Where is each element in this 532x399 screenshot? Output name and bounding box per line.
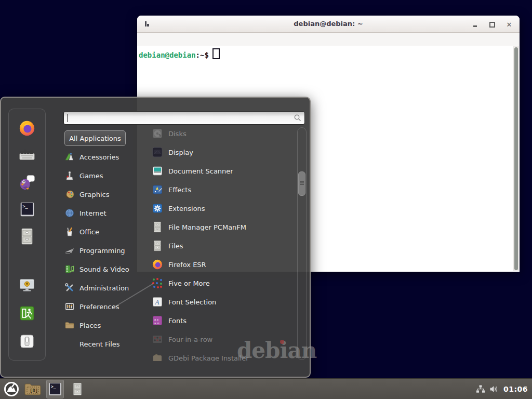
disks-icon: [152, 128, 163, 139]
svg-text:>_: >_: [23, 204, 29, 209]
pidgin-icon: [18, 174, 36, 191]
app-files[interactable]: Files: [139, 236, 295, 255]
category-internet[interactable]: Internet: [64, 204, 138, 222]
category-office[interactable]: Office: [64, 222, 138, 241]
text-caret: [67, 114, 68, 122]
svg-text:A: A: [155, 298, 159, 306]
taskbar: [D] >_ 01:06: [0, 378, 532, 399]
session-lock-screen[interactable]: [18, 276, 36, 295]
firefox-icon: [18, 119, 36, 137]
application-menu: >_ All Applications Accessories Games Gr…: [0, 97, 311, 378]
volume-icon[interactable]: [489, 384, 499, 394]
category-sound-video[interactable]: Sound & Video: [64, 260, 138, 278]
apps-scrollbar-thumb[interactable]: [298, 171, 305, 196]
minimize-button[interactable]: [471, 20, 479, 29]
file-manager-desktop-launcher[interactable]: [D]: [24, 380, 42, 398]
app-extensions[interactable]: Extensions: [139, 199, 295, 218]
watermark-red-dot: [280, 340, 284, 344]
session-log-out[interactable]: [18, 304, 36, 323]
app-effects[interactable]: Effects: [139, 180, 295, 199]
svg-text:>_: >_: [51, 384, 56, 389]
app-display[interactable]: Display: [139, 143, 295, 162]
app-font-selection[interactable]: A Font Selection: [139, 292, 295, 311]
logout-icon: [19, 305, 35, 322]
terminal-scrollbar-thumb[interactable]: [514, 47, 518, 270]
favorites-panel: >_: [8, 109, 46, 361]
clock[interactable]: 01:06: [503, 385, 528, 393]
gdebi-icon: [152, 352, 163, 361]
category-programming[interactable]: Programming: [64, 241, 138, 260]
category-preferences[interactable]: Preferences: [64, 297, 138, 316]
lock-icon: [19, 277, 35, 294]
category-places[interactable]: Places: [64, 316, 138, 335]
svg-text:[D]: [D]: [30, 388, 38, 393]
application-list: Disks Display Document Scanner Effects E…: [139, 127, 295, 361]
category-accessories[interactable]: Accessories: [64, 148, 138, 166]
favorite-pidgin[interactable]: [18, 173, 36, 192]
terminal-prompt: debian@debian:~$: [137, 46, 520, 59]
terminal-cursor: [212, 48, 220, 59]
graphics-icon: [64, 189, 75, 200]
terminal-title: debian@debian: ~: [137, 16, 520, 32]
programming-icon: [64, 245, 75, 256]
system-tray: 01:06: [476, 384, 528, 394]
cabinet-icon: [152, 240, 163, 251]
fonts-icon: a aa æ: [152, 315, 163, 326]
favorite-file-cabinet[interactable]: [18, 227, 36, 246]
app-file-manager-pcmanfm[interactable]: File Manager PCManFM: [139, 218, 295, 236]
terminal-icon: >_: [18, 201, 36, 218]
fourrow-icon: [152, 334, 163, 345]
menu-button[interactable]: [4, 381, 19, 397]
office-icon: [64, 227, 75, 237]
apps-scrollbar[interactable]: [297, 127, 307, 360]
search-input[interactable]: [63, 111, 305, 125]
terminal-titlebar[interactable]: debian@debian: ~ ✕: [137, 16, 520, 33]
file-cabinet-launcher[interactable]: [69, 380, 86, 398]
internet-icon: [64, 208, 75, 218]
category-graphics[interactable]: Graphics: [64, 185, 138, 204]
power-icon: [19, 333, 35, 350]
category-recent-files[interactable]: Recent Files: [64, 335, 138, 353]
soundvideo-icon: [64, 264, 75, 274]
places-icon: [64, 320, 75, 330]
accessories-icon: [64, 152, 75, 162]
prompt-suffix: :~$: [196, 51, 209, 59]
cabinet-icon: [152, 221, 163, 233]
preferences-icon: [64, 301, 75, 312]
all-applications-button[interactable]: All Applications: [64, 130, 126, 146]
favorite-keyboard-app[interactable]: [18, 146, 36, 165]
app-document-scanner[interactable]: Document Scanner: [139, 162, 295, 180]
cabinet-icon: [18, 228, 36, 245]
admin-icon: [64, 283, 75, 293]
close-button[interactable]: ✕: [505, 20, 513, 29]
favorite-firefox[interactable]: [18, 119, 36, 138]
session-shutdown[interactable]: [18, 332, 36, 351]
debian-watermark: debian: [237, 338, 316, 363]
maximize-button[interactable]: [488, 20, 496, 29]
app-five-or-more[interactable]: Five or More: [139, 274, 295, 292]
firefox-icon: [152, 259, 163, 270]
terminal-window-button[interactable]: >_: [46, 380, 64, 398]
network-icon[interactable]: [476, 384, 485, 394]
category-administration[interactable]: Administration: [64, 278, 138, 297]
app-firefox-esr[interactable]: Firefox ESR: [139, 255, 295, 274]
terminal-menubar: [137, 33, 520, 46]
games-icon: [64, 170, 75, 181]
extensions-icon: [152, 203, 163, 214]
favorite-terminal[interactable]: >_: [18, 200, 36, 219]
desktop: debian@debian: ~ ✕ debian@debian:~$ >_ A…: [0, 0, 532, 399]
scanner-icon: [152, 165, 163, 177]
keyboard-icon: [18, 147, 36, 164]
app-disks[interactable]: Disks: [139, 127, 295, 143]
category-games[interactable]: Games: [64, 166, 138, 185]
terminal-scrollbar[interactable]: [513, 46, 519, 271]
app-fonts[interactable]: a aa æ Fonts: [139, 311, 295, 330]
search-icon: [294, 114, 302, 122]
svg-text:a æ: a æ: [154, 321, 159, 325]
category-list: Accessories Games Graphics Internet Offi…: [64, 148, 138, 353]
display-icon: [152, 147, 163, 158]
fontsel-icon: A: [152, 296, 163, 308]
prompt-user: debian@debian: [139, 51, 196, 59]
effects-icon: [152, 184, 163, 195]
